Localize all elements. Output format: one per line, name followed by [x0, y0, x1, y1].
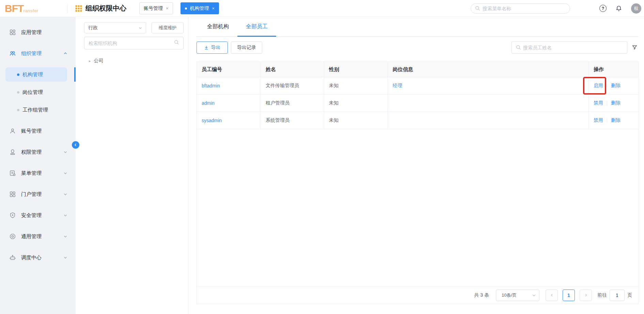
employee-name: 租户管理员 — [266, 100, 289, 106]
column-header-post-info: 岗位信息 — [388, 62, 589, 77]
employee-gender: 未知 — [329, 117, 339, 123]
sidebar-subitem-workgroup-management[interactable]: 工作组管理 — [5, 103, 67, 117]
help-icon[interactable]: ? — [599, 5, 607, 12]
gear-icon — [9, 233, 16, 240]
avatar[interactable]: 租 — [631, 3, 641, 14]
close-icon[interactable]: × — [212, 6, 215, 11]
export-button[interactable]: 导出 — [197, 42, 228, 54]
sidebar-item-label: 应用管理 — [21, 29, 42, 36]
employee-id-link[interactable]: sysadmin — [202, 118, 222, 123]
disable-action-link[interactable]: 禁用 — [594, 100, 603, 106]
close-icon[interactable]: × — [166, 6, 169, 11]
tab-all-institutions[interactable]: 全部机构 — [199, 17, 237, 36]
post-link[interactable]: 经理 — [393, 83, 402, 89]
sidebar-item-label: 账号管理 — [21, 128, 42, 134]
export-records-button[interactable]: 导出记录 — [231, 42, 262, 54]
disable-action-link[interactable]: 禁用 — [594, 117, 603, 123]
tree-node-company[interactable]: ▸ 公司 — [84, 55, 184, 66]
window-tab-label: 机构管理 — [190, 5, 209, 12]
action-divider — [607, 118, 607, 123]
sidebar-collapse-button[interactable] — [72, 141, 79, 149]
content-tabs: 全部机构 全部员工 — [197, 17, 639, 37]
tree-node-label: 公司 — [94, 58, 104, 64]
table-row: bftadmin 文件传输管理员 未知 经理 启用 删除 — [197, 77, 638, 95]
bft-logo: BFT ransfer — [5, 3, 65, 14]
sidebar-item-label: 门户管理 — [21, 191, 42, 198]
employee-search-box[interactable] — [512, 41, 627, 54]
action-divider — [607, 101, 607, 105]
sidebar-item-schedule-center[interactable]: 调度中心 — [0, 247, 76, 268]
column-header-name: 姓名 — [261, 62, 324, 77]
sidebar-item-permission-management[interactable]: 权限管理 — [0, 142, 76, 163]
table-header-row: 员工编号 姓名 性别 岗位信息 操作 — [197, 62, 638, 77]
sidebar-item-org-management[interactable]: 组织管理 — [0, 43, 76, 64]
employee-id-link[interactable]: bftadmin — [202, 83, 220, 88]
dimension-select[interactable]: 行政 — [84, 22, 146, 33]
delete-action-link[interactable]: 删除 — [611, 100, 621, 106]
tab-all-employees[interactable]: 全部员工 — [237, 17, 276, 36]
robot-icon — [9, 254, 16, 261]
sidebar-item-security-management[interactable]: 安全管理 — [0, 205, 76, 226]
goto-label: 前往 — [597, 292, 607, 298]
org-search-input[interactable] — [89, 40, 174, 46]
search-icon — [516, 45, 521, 50]
chevron-up-icon — [63, 51, 67, 55]
chevron-down-icon — [63, 213, 67, 217]
delete-action-link[interactable]: 删除 — [611, 83, 621, 89]
window-tab-label: 账号管理 — [144, 5, 163, 12]
sidebar-item-account-management[interactable]: 账号管理 — [0, 120, 76, 142]
active-tab-dot — [185, 7, 187, 10]
apps-icon — [9, 29, 16, 36]
employee-table: 员工编号 姓名 性别 岗位信息 操作 bftadmin 文件传输管理员 未知 经… — [197, 62, 639, 304]
bell-icon[interactable] — [615, 5, 622, 12]
window-tab-org-management[interactable]: 机构管理 × — [180, 2, 219, 14]
employee-search-input[interactable] — [523, 45, 623, 50]
document-icon — [9, 170, 16, 177]
action-divider — [607, 84, 607, 88]
next-page-button[interactable] — [580, 290, 592, 301]
sidebar-item-portal-management[interactable]: 门户管理 — [0, 184, 76, 205]
pagination-bar: 共 3 条 10条/页 1 — [197, 286, 638, 304]
sidebar-subitem-label: 岗位管理 — [22, 89, 43, 96]
org-search-box[interactable] — [84, 37, 184, 49]
chevron-left-icon — [550, 293, 554, 297]
enable-action-link[interactable]: 启用 — [594, 83, 603, 89]
employee-id-link[interactable]: admin — [202, 100, 215, 106]
sidebar: 应用管理 组织管理 机构管理 岗位管理 工作组管理 — [0, 17, 76, 314]
window-tab-account-management[interactable]: 账号管理 × — [139, 2, 173, 14]
sidebar-item-common-management[interactable]: 通用管理 — [0, 226, 76, 247]
sidebar-item-label: 安全管理 — [21, 212, 42, 219]
menu-search-box[interactable] — [471, 3, 570, 14]
chevron-down-icon — [63, 171, 67, 175]
table-row: admin 租户管理员 未知 禁用 删除 — [197, 95, 638, 112]
export-button-label: 导出 — [211, 45, 221, 51]
sidebar-subitem-institution-management[interactable]: 机构管理 — [5, 67, 67, 82]
menu-search-input[interactable] — [483, 6, 567, 11]
sidebar-item-menu-management[interactable]: 菜单管理 — [0, 163, 76, 184]
table-toolbar: 导出 导出记录 — [197, 41, 639, 54]
shield-plus-icon — [9, 212, 16, 219]
dimension-maintain-button[interactable]: 维度维护 — [152, 22, 184, 33]
employee-gender: 未知 — [329, 83, 339, 89]
active-edge-bar — [74, 67, 76, 82]
search-icon — [475, 6, 480, 11]
column-header-actions: 操作 — [589, 62, 638, 77]
prev-page-button[interactable] — [546, 290, 558, 301]
sidebar-item-label: 调度中心 — [21, 254, 42, 261]
topbar-divider — [67, 4, 68, 13]
filter-icon[interactable] — [632, 45, 638, 50]
caret-right-icon[interactable]: ▸ — [89, 59, 91, 63]
user-icon — [9, 128, 16, 134]
delete-action-link[interactable]: 删除 — [611, 117, 621, 123]
column-header-employee-id: 员工编号 — [197, 62, 261, 77]
page-size-select[interactable]: 10条/页 — [496, 290, 539, 301]
page-number-button[interactable]: 1 — [563, 290, 575, 301]
bullet-dot-icon — [17, 73, 19, 76]
sidebar-subitem-post-management[interactable]: 岗位管理 — [5, 85, 67, 99]
main-content: 全部机构 全部员工 导出 导出记录 员工编号 — [188, 17, 644, 314]
sidebar-item-label: 通用管理 — [21, 233, 42, 240]
chevron-down-icon — [63, 234, 67, 238]
goto-page-input[interactable] — [610, 290, 625, 301]
sidebar-item-app-management[interactable]: 应用管理 — [0, 22, 76, 43]
table-empty-area — [197, 129, 638, 286]
